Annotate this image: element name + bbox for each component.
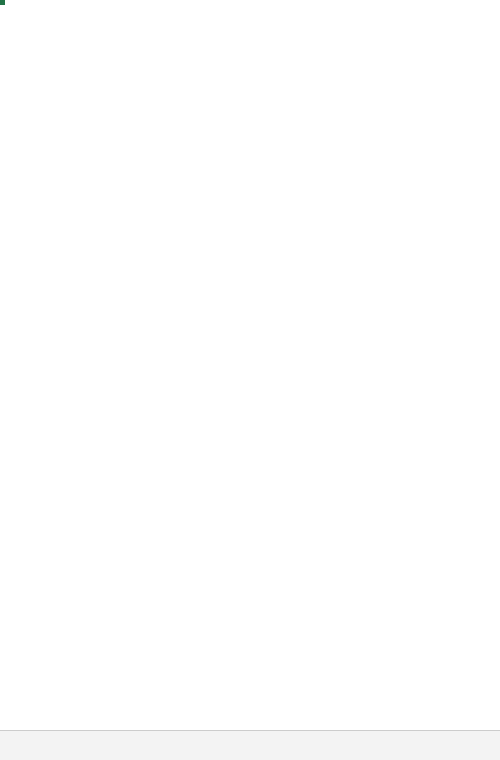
spreadsheet-grid[interactable] <box>0 0 500 730</box>
fill-handle[interactable] <box>0 0 5 5</box>
selection-marquee <box>0 0 4 4</box>
nav-prev-button[interactable] <box>22 732 44 760</box>
nav-first-button[interactable] <box>0 732 22 760</box>
nav-last-button[interactable] <box>66 732 88 760</box>
sheet-tab-bar <box>0 730 500 760</box>
nav-next-button[interactable] <box>44 732 66 760</box>
